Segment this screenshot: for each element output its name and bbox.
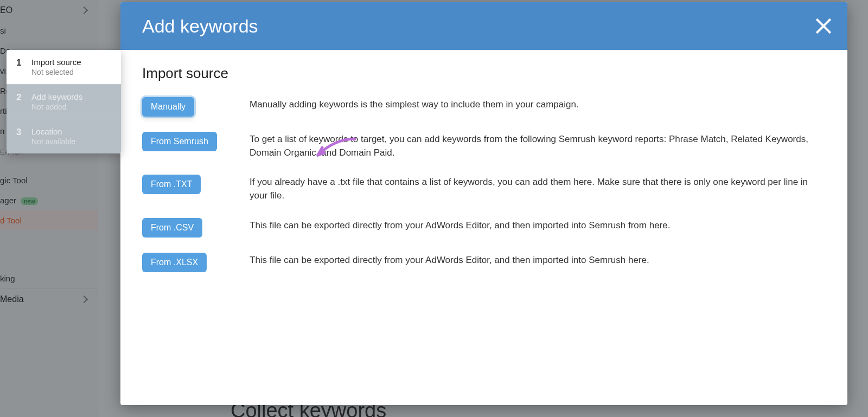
- wizard-step-3: 3 Location Not available: [7, 119, 121, 153]
- import-xlsx-desc: This file can be exported directly from …: [250, 253, 826, 267]
- option-row-semrush: From Semrush To get a list of keywords t…: [142, 132, 826, 159]
- option-row-manually: Manually Manually adding keywords is the…: [142, 97, 826, 117]
- close-icon[interactable]: [815, 17, 832, 35]
- wizard-step-1[interactable]: 1 Import source Not selected: [7, 50, 121, 84]
- import-semrush-desc: To get a list of keywords to target, you…: [250, 132, 826, 159]
- import-xlsx-button[interactable]: From .XLSX: [142, 253, 207, 272]
- import-txt-desc: If you already have a .txt file that con…: [250, 175, 826, 202]
- step-subtitle: Not added: [31, 102, 82, 111]
- wizard-steps-panel: 1 Import source Not selected 2 Add keywo…: [7, 50, 121, 153]
- dialog-header: Add keywords: [120, 2, 847, 50]
- step-subtitle: Not selected: [31, 68, 81, 76]
- step-number: 1: [16, 57, 23, 68]
- dialog-title: Add keywords: [142, 16, 258, 37]
- import-csv-button[interactable]: From .CSV: [142, 218, 202, 238]
- import-manually-desc: Manually adding keywords is the simplest…: [250, 97, 826, 112]
- step-subtitle: Not available: [31, 137, 75, 146]
- step-title: Location: [31, 127, 75, 136]
- step-title: Import source: [31, 57, 81, 67]
- step-number: 2: [16, 92, 23, 103]
- import-csv-desc: This file can be exported directly from …: [250, 218, 826, 233]
- section-title: Import source: [142, 65, 826, 82]
- add-keywords-dialog: Add keywords Import source Manually Manu…: [120, 2, 847, 405]
- step-number: 3: [16, 127, 23, 138]
- dialog-body: Import source Manually Manually adding k…: [120, 50, 847, 405]
- import-txt-button[interactable]: From .TXT: [142, 175, 201, 194]
- import-manually-button[interactable]: Manually: [142, 97, 194, 117]
- option-row-xlsx: From .XLSX This file can be exported dir…: [142, 253, 826, 272]
- option-row-csv: From .CSV This file can be exported dire…: [142, 218, 826, 238]
- step-title: Add keywords: [31, 92, 82, 101]
- wizard-step-2: 2 Add keywords Not added: [7, 84, 121, 119]
- option-row-txt: From .TXT If you already have a .txt fil…: [142, 175, 826, 202]
- import-semrush-button[interactable]: From Semrush: [142, 132, 217, 151]
